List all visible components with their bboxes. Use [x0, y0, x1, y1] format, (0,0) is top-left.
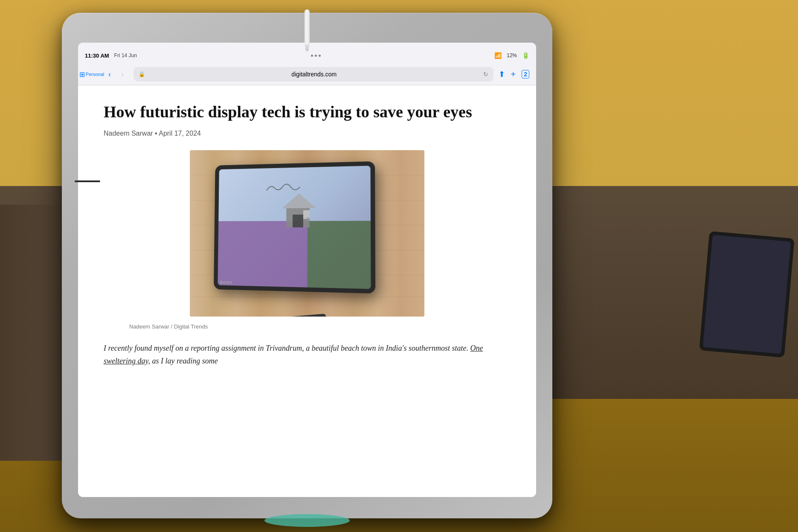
status-right: 📶 12% 🔋 — [478, 52, 529, 59]
screen-purple-area — [218, 221, 307, 288]
reload-icon[interactable]: ↻ — [483, 71, 488, 78]
boox-tablet: BOOX — [214, 161, 375, 294]
window-dots — [311, 55, 321, 57]
ipad-body: 11:30 AM Fri 14 Jun 📶 12% 🔋 — [62, 13, 552, 518]
lock-icon: 🔒 — [139, 71, 145, 77]
new-tab-button[interactable]: + — [511, 70, 516, 79]
battery-level: 12% — [507, 52, 517, 58]
right-device — [699, 231, 795, 358]
web-content: How futuristic display tech is trying to… — [78, 85, 536, 497]
ipad-device: 11:30 AM Fri 14 Jun 📶 12% 🔋 — [62, 13, 552, 518]
screen-green-area — [307, 221, 371, 289]
sidebar-icon: ⊞ — [79, 70, 85, 78]
svg-rect-3 — [303, 210, 310, 218]
status-left: 11:30 AM Fri 14 Jun — [85, 52, 153, 59]
boox-logo: BOOX — [220, 280, 232, 285]
status-date: Fri 14 Jun — [114, 52, 137, 58]
share-button[interactable]: ⬆ — [499, 70, 505, 79]
article-image-placeholder: BOOX — [190, 150, 424, 317]
right-device-screen — [703, 235, 791, 354]
article-body: I recently found myself on a reporting a… — [104, 342, 511, 368]
browser-actions: ⬆ + 2 — [499, 70, 529, 79]
article-image: BOOX — [190, 150, 424, 317]
battery-icon: 🔋 — [522, 52, 529, 59]
top-center — [153, 55, 478, 57]
profile-label: Personal — [86, 72, 104, 77]
url-bar[interactable]: 🔒 digitaltrends.com ↻ — [133, 67, 493, 81]
navigation-arrows: ‹ › — [104, 68, 128, 80]
apple-pencil — [305, 9, 310, 48]
device-cable — [75, 180, 100, 182]
pencil-tip — [305, 44, 309, 51]
article-title: How futuristic display tech is trying to… — [104, 102, 511, 122]
ipad-screen: 11:30 AM Fri 14 Jun 📶 12% 🔋 — [78, 43, 536, 497]
tabs-overview-button[interactable]: 2 — [522, 70, 529, 78]
nav-bar: ⊞ Personal ‹ › 🔒 digitaltrends.com ↻ ⬆ — [78, 64, 536, 84]
forward-button[interactable]: › — [116, 68, 128, 80]
boox-screen — [218, 166, 371, 289]
article-body-text: I recently found myself on a reporting a… — [104, 344, 483, 366]
article-byline: Nadeem Sarwar • April 17, 2024 — [104, 130, 511, 137]
signature-svg — [262, 179, 313, 196]
image-caption: Nadeem Sarwar / Digital Trends — [104, 323, 511, 330]
underlined-text: One sweltering day, — [104, 344, 483, 366]
sidebar-button[interactable]: ⊞ Personal — [85, 67, 99, 81]
dot-3 — [319, 55, 321, 57]
dot-2 — [315, 55, 317, 57]
url-text: digitaltrends.com — [148, 71, 480, 78]
back-button[interactable]: ‹ — [104, 68, 116, 80]
ipad-stand — [264, 514, 350, 527]
grain-6 — [190, 297, 424, 297]
house-svg — [280, 191, 319, 230]
svg-rect-2 — [293, 215, 303, 227]
status-time: 11:30 AM — [85, 52, 109, 59]
wifi-indicator: 📶 — [494, 52, 502, 59]
dot-1 — [311, 55, 313, 57]
